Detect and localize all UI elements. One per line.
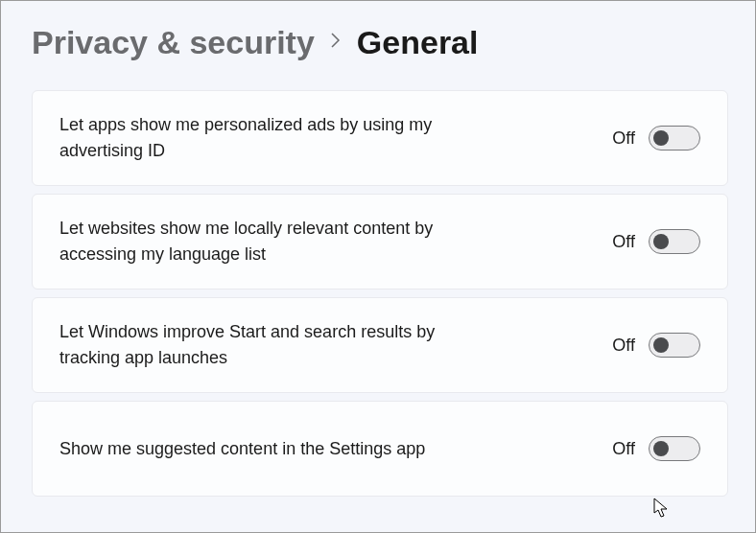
toggle-state-text: Off [612, 439, 635, 459]
setting-row-language-list[interactable]: Let websites show me locally relevant co… [32, 194, 728, 290]
toggle-group: Off [612, 126, 700, 151]
toggle-switch[interactable] [649, 333, 700, 358]
toggle-knob [653, 441, 669, 456]
setting-label: Let apps show me personalized ads by usi… [59, 112, 443, 164]
setting-row-suggested-content[interactable]: Show me suggested content in the Setting… [32, 401, 728, 497]
chevron-right-icon [330, 32, 342, 54]
toggle-group: Off [612, 333, 700, 358]
setting-label: Let Windows improve Start and search res… [59, 319, 443, 371]
toggle-group: Off [612, 436, 700, 461]
toggle-group: Off [612, 229, 700, 254]
toggle-state-text: Off [612, 232, 635, 252]
toggle-state-text: Off [612, 128, 635, 149]
toggle-switch[interactable] [649, 229, 700, 254]
setting-label: Show me suggested content in the Setting… [59, 436, 425, 462]
mouse-cursor-icon [653, 498, 671, 519]
toggle-knob [653, 130, 669, 146]
toggle-knob [653, 337, 669, 353]
settings-list: Let apps show me personalized ads by usi… [32, 90, 728, 497]
setting-row-track-app-launches[interactable]: Let Windows improve Start and search res… [32, 297, 728, 393]
breadcrumb-parent-link[interactable]: Privacy & security [32, 24, 315, 61]
toggle-knob [653, 234, 669, 249]
toggle-switch[interactable] [649, 436, 700, 461]
toggle-state-text: Off [612, 336, 635, 356]
toggle-switch[interactable] [649, 126, 700, 151]
breadcrumb: Privacy & security General [32, 24, 728, 61]
setting-row-personalized-ads[interactable]: Let apps show me personalized ads by usi… [32, 90, 728, 186]
setting-label: Let websites show me locally relevant co… [59, 216, 443, 267]
breadcrumb-current: General [357, 24, 479, 61]
